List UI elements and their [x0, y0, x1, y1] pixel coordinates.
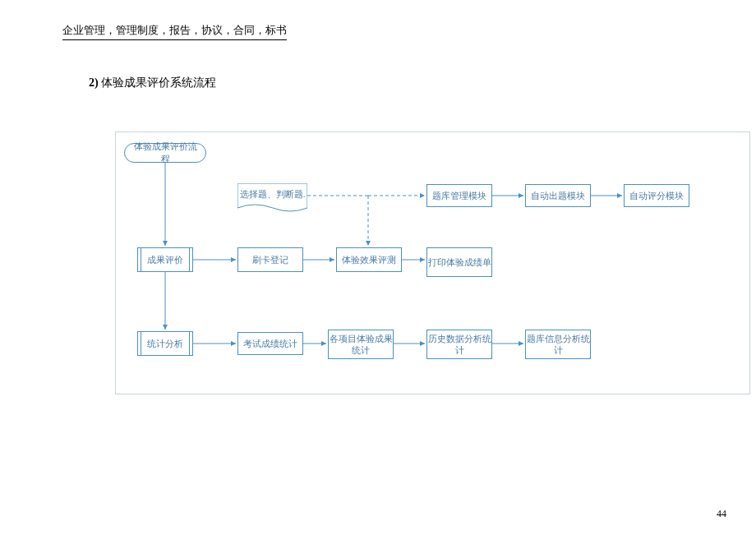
node-bank-info-stats: 题库信息分析统计 — [525, 330, 591, 359]
section-title-text: 体验成果评价系统流程 — [101, 76, 216, 89]
node-history-stats: 历史数据分析统计 — [426, 330, 492, 359]
node-project-stats: 各项目体验成果统计 — [328, 330, 394, 359]
node-card-register: 刷卡登记 — [237, 247, 303, 272]
doc-node-label: 选择题、判断题. — [237, 188, 307, 200]
node-stat-analysis: 统计分析 — [137, 331, 193, 356]
section-title: 2) 体验成果评价系统流程 — [89, 76, 216, 90]
node-print-result: 打印体验成绩单 — [426, 247, 492, 277]
node-effect-test: 体验效果评测 — [336, 247, 402, 272]
node-question-bank-mgmt: 题库管理模块 — [426, 184, 492, 207]
doc-header: 企业管理，管理制度，报告，协议，合同，标书 — [62, 23, 287, 40]
node-auto-generate: 自动出题模块 — [525, 184, 591, 207]
page-number: 44 — [717, 508, 726, 520]
start-node: 体验成果评价流程 — [124, 143, 206, 163]
doc-node-questions: 选择题、判断题. — [237, 183, 307, 216]
section-num: 2) — [89, 76, 99, 89]
flowchart-container: 体验成果评价流程 选择题、判断题. 题库管理模块 自动出题模块 自动评分模块 成… — [115, 131, 750, 394]
node-result-eval: 成果评价 — [137, 247, 193, 272]
node-auto-score: 自动评分模块 — [624, 184, 689, 207]
node-exam-stats: 考试成绩统计 — [237, 332, 303, 355]
